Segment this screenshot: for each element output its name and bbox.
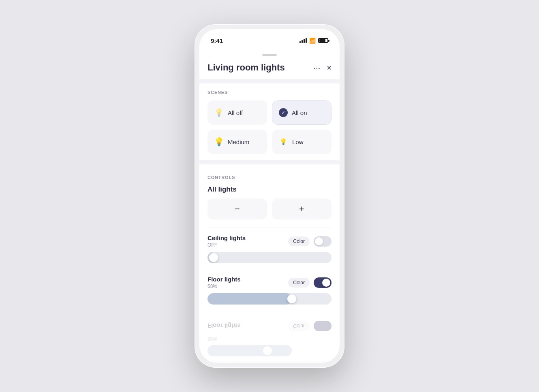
floor-slider-container [207, 293, 332, 305]
status-time: 9:41 [211, 37, 223, 44]
ceiling-slider-container [207, 252, 332, 263]
scene-all-off[interactable]: 💡 All off [207, 100, 267, 125]
floor-slider-track[interactable] [207, 293, 332, 305]
ceiling-lights-info: Ceiling lights OFF [207, 234, 246, 248]
signal-icon [299, 38, 307, 43]
floor-slider-thumb [287, 294, 296, 303]
floor-lights-group: Floor lights 68% Color [207, 269, 332, 305]
ceiling-lights-actions: Color [288, 236, 332, 247]
close-button[interactable]: × [327, 64, 332, 72]
scenes-section: SCENES 💡 All off ✓ All on 💡 Medi [199, 83, 340, 160]
all-lights-label: All lights [207, 185, 332, 194]
floor-lights-info: Floor lights 68% [207, 276, 241, 289]
low-label: Low [292, 138, 304, 145]
decrease-button[interactable]: − [207, 198, 267, 219]
all-on-check: ✓ [279, 108, 288, 117]
controls-section: CONTROLS All lights − + Ceiling lights O… [199, 168, 340, 317]
controls-label: CONTROLS [207, 175, 332, 180]
floor-toggle-thumb [322, 279, 330, 287]
scenes-grid: 💡 All off ✓ All on 💡 Medium 💡 [207, 100, 332, 160]
wifi-icon: 📶 [309, 38, 316, 44]
ceiling-lights-header: Ceiling lights OFF Color [207, 234, 332, 248]
drag-handle[interactable] [262, 54, 277, 56]
phone-screen: 9:41 📶 Living room lights [199, 29, 340, 363]
reflection-area: 68% Floor lights Color [199, 317, 340, 363]
phone-frame: 9:41 📶 Living room lights [195, 24, 344, 368]
scenes-label: SCENES [207, 90, 332, 95]
floor-lights-header: Floor lights 68% Color [207, 276, 332, 289]
ceiling-toggle-thumb [315, 237, 323, 245]
battery-icon [318, 38, 328, 43]
floor-slider-fill [207, 293, 292, 305]
all-on-label: All on [292, 109, 307, 116]
scene-all-on[interactable]: ✓ All on [272, 100, 332, 125]
ceiling-slider-track[interactable] [207, 252, 332, 263]
check-icon: ✓ [281, 110, 285, 115]
medium-label: Medium [228, 138, 249, 145]
all-off-icon: 💡 [214, 108, 224, 117]
floor-lights-actions: Color [288, 277, 332, 288]
header: Living room lights ··· × [199, 62, 340, 79]
ceiling-slider-thumb [209, 253, 218, 262]
page-title: Living room lights [207, 62, 285, 73]
medium-icon: 💡 [214, 137, 224, 147]
ceiling-lights-name: Ceiling lights [207, 234, 246, 241]
floor-toggle[interactable] [314, 277, 332, 288]
ceiling-toggle[interactable] [314, 236, 332, 247]
status-icons: 📶 [299, 38, 328, 44]
low-icon: 💡 [278, 138, 288, 145]
more-button[interactable]: ··· [314, 64, 321, 72]
floor-lights-status: 68% [207, 283, 241, 289]
status-bar: 9:41 📶 [199, 29, 340, 49]
scene-low[interactable]: 💡 Low [272, 130, 332, 154]
ceiling-color-button[interactable]: Color [288, 236, 310, 246]
brightness-controls: − + [207, 198, 332, 219]
scene-medium[interactable]: 💡 Medium [207, 130, 267, 154]
floor-color-button[interactable]: Color [288, 278, 310, 288]
all-off-label: All off [228, 109, 243, 116]
increase-button[interactable]: + [272, 198, 332, 219]
header-actions: ··· × [314, 64, 332, 72]
ceiling-lights-status: OFF [207, 242, 246, 248]
ceiling-lights-group: Ceiling lights OFF Color [207, 228, 332, 263]
floor-lights-name: Floor lights [207, 276, 241, 283]
